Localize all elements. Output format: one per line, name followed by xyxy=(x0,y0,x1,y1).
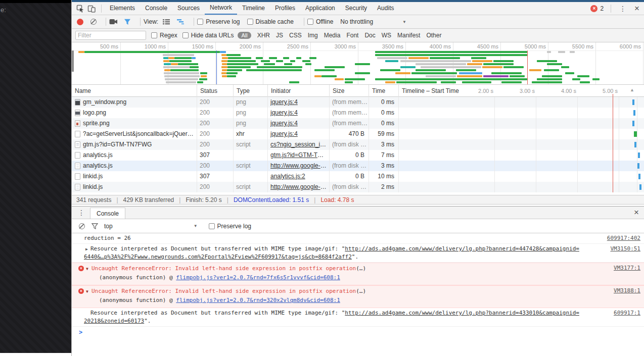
console-filter-icon[interactable] xyxy=(91,223,98,229)
disable-cache-checkbox[interactable]: Disable cache xyxy=(247,18,294,25)
record-icon[interactable] xyxy=(77,19,83,25)
column-header-type[interactable]: Type xyxy=(233,85,267,97)
tab-application[interactable]: Application xyxy=(300,2,340,15)
initiator-link[interactable]: http://www.google-an… xyxy=(270,183,327,190)
overview-bar xyxy=(355,63,370,65)
initiator-link[interactable]: jquery.js:4 xyxy=(270,98,298,106)
column-header-status[interactable]: Status xyxy=(197,85,233,97)
overview-bar xyxy=(396,81,437,83)
filmstrip-camera-icon[interactable] xyxy=(109,19,118,25)
table-row[interactable]: gm_window.png200pngjquery.js:4(from mem…… xyxy=(72,97,644,108)
overview-bar xyxy=(256,57,263,59)
more-options-icon[interactable]: ⋮ xyxy=(619,5,626,13)
checkbox-icon[interactable] xyxy=(307,19,313,25)
tab-elements[interactable]: Elements xyxy=(105,2,140,15)
clear-icon[interactable] xyxy=(90,19,97,25)
initiator-link[interactable]: jquery.js:4 xyxy=(270,109,298,116)
overview-drag-handle[interactable] xyxy=(72,50,74,72)
inspect-element-icon[interactable] xyxy=(76,4,85,13)
tab-security[interactable]: Security xyxy=(340,2,372,15)
type-filter-doc[interactable]: Doc xyxy=(364,32,375,39)
type-filter-css[interactable]: CSS xyxy=(289,32,302,39)
hide-data-urls-checkbox[interactable]: Hide data URLs xyxy=(182,32,234,39)
source-link[interactable]: VM3150:51 xyxy=(610,245,640,253)
close-devtools-icon[interactable]: × xyxy=(634,4,639,14)
type-filter-other[interactable]: Other xyxy=(426,32,441,39)
collapse-triangle-icon[interactable]: ▼ xyxy=(86,265,88,273)
checkbox-icon[interactable] xyxy=(151,32,157,38)
expand-triangle-icon[interactable]: ▶ xyxy=(85,245,88,253)
stack-frame-link[interactable]: flimpobj.js?ver1=2.0.7&rnd=320x2vlqm8dv&… xyxy=(176,297,340,303)
tab-audits[interactable]: Audits xyxy=(372,2,399,15)
type-filter-xhr[interactable]: XHR xyxy=(257,32,270,39)
view-waterfall-icon[interactable] xyxy=(176,19,185,25)
initiator-link[interactable]: gtm.js?id=GTM-TN7F… xyxy=(270,151,327,159)
type-filter-ws[interactable]: WS xyxy=(382,32,391,39)
console-prompt[interactable]: > xyxy=(72,327,644,338)
preserve-log-checkbox[interactable]: Preserve log xyxy=(197,18,240,25)
checkbox-icon[interactable] xyxy=(182,32,189,38)
table-row[interactable]: linkid.js307analytics.js:20 B10 ms xyxy=(72,171,644,182)
tab-console[interactable]: Console xyxy=(90,208,125,219)
error-count[interactable]: 2 xyxy=(600,5,604,12)
stack-frame-link[interactable]: flimpobj.js?ver1=2.0.7&rnd=7fx6s5r1vvvf&… xyxy=(176,274,340,281)
device-toolbar-icon[interactable] xyxy=(87,4,96,13)
console-error-message[interactable]: × ▼ Uncaught ReferenceError: Invalid lef… xyxy=(72,285,644,308)
table-row[interactable]: analytics.js307gtm.js?id=GTM-TN7F…0 B7 m… xyxy=(72,150,644,161)
error-badge-icon[interactable]: × xyxy=(590,5,597,12)
tab-profiles[interactable]: Profiles xyxy=(270,2,300,15)
type-filter-img[interactable]: Img xyxy=(308,32,318,39)
initiator-link[interactable]: cs?ngio_session_id=9… xyxy=(270,141,327,148)
source-link[interactable]: VM3188:1 xyxy=(614,287,640,295)
checkbox-icon[interactable] xyxy=(209,223,215,229)
column-header-time[interactable]: Time xyxy=(369,85,398,97)
checkbox-icon[interactable] xyxy=(247,19,253,25)
source-link[interactable]: 609917:402 xyxy=(607,234,640,242)
close-drawer-icon[interactable]: × xyxy=(634,208,639,218)
console-log-message[interactable]: reduction = 26 609917:402 xyxy=(72,233,644,244)
table-row[interactable]: analytics.js200scripthttp://www.google-a… xyxy=(72,161,644,171)
drawer-menu-icon[interactable]: ⋮ xyxy=(78,209,85,217)
column-header-initiator[interactable]: Initiator xyxy=(267,85,329,97)
source-link[interactable]: 609917:1 xyxy=(614,309,640,317)
console-preserve-log-checkbox[interactable]: Preserve log xyxy=(209,223,251,230)
clear-console-icon[interactable] xyxy=(79,223,85,229)
sort-ascending-icon[interactable]: ▲ xyxy=(630,87,634,92)
table-row[interactable]: sprite.png200pngjquery.js:4(from mem…0 m… xyxy=(72,118,644,129)
throttling-select[interactable]: No throttling ▼ xyxy=(340,18,406,25)
initiator-link[interactable]: http://www.google-an… xyxy=(270,162,327,169)
type-filter-manifest[interactable]: Manifest xyxy=(397,32,420,39)
tab-network[interactable]: Network xyxy=(205,2,237,15)
offline-checkbox[interactable]: Offline xyxy=(307,18,333,25)
filter-icon[interactable] xyxy=(124,19,131,25)
table-row[interactable]: logo.png200pngjquery.js:4(from mem…0 ms xyxy=(72,108,644,118)
console-error-message[interactable]: × ▼ Uncaught ReferenceError: Invalid lef… xyxy=(72,263,644,285)
collapse-triangle-icon[interactable]: ▼ xyxy=(86,288,88,296)
chevron-down-icon[interactable]: ▼ xyxy=(194,224,198,228)
network-overview[interactable]: 500 ms1000 ms1500 ms2000 ms2500 ms3000 m… xyxy=(72,42,644,85)
type-filter-all[interactable]: All xyxy=(238,32,251,39)
type-filter-media[interactable]: Media xyxy=(324,32,341,39)
tab-sources[interactable]: Sources xyxy=(172,2,205,15)
chevron-down-icon: ▼ xyxy=(402,20,406,24)
checkbox-icon[interactable] xyxy=(197,19,203,25)
tab-console[interactable]: Console xyxy=(140,2,172,15)
filter-input[interactable] xyxy=(75,31,146,40)
initiator-link[interactable]: jquery.js:4 xyxy=(270,130,298,137)
execution-context-select[interactable]: top xyxy=(104,223,113,230)
column-header-name[interactable]: Name xyxy=(72,85,197,97)
table-row[interactable]: gtm.js?id=GTM-TN7FWG200scriptcs?ngio_ses… xyxy=(72,139,644,150)
type-filter-js[interactable]: JS xyxy=(276,32,283,39)
column-header-size[interactable]: Size xyxy=(329,85,369,97)
view-list-icon[interactable] xyxy=(162,19,170,25)
initiator-link[interactable]: jquery.js:4 xyxy=(270,120,298,127)
table-row[interactable]: ?ac=getServerList&jsoncallback=jQuery17…… xyxy=(72,129,644,139)
source-link[interactable]: VM3177:1 xyxy=(614,264,640,272)
initiator-link[interactable]: analytics.js:2 xyxy=(270,173,305,180)
console-log-message[interactable]: Resource interpreted as Document but tra… xyxy=(72,308,644,327)
console-log-message[interactable]: ▶ Resource interpreted as Document but t… xyxy=(72,244,644,263)
table-row[interactable]: linkid.js200scripthttp://www.google-an…(… xyxy=(72,182,644,192)
tab-timeline[interactable]: Timeline xyxy=(237,2,270,15)
regex-checkbox[interactable]: Regex xyxy=(151,32,177,39)
type-filter-font[interactable]: Font xyxy=(346,32,358,39)
